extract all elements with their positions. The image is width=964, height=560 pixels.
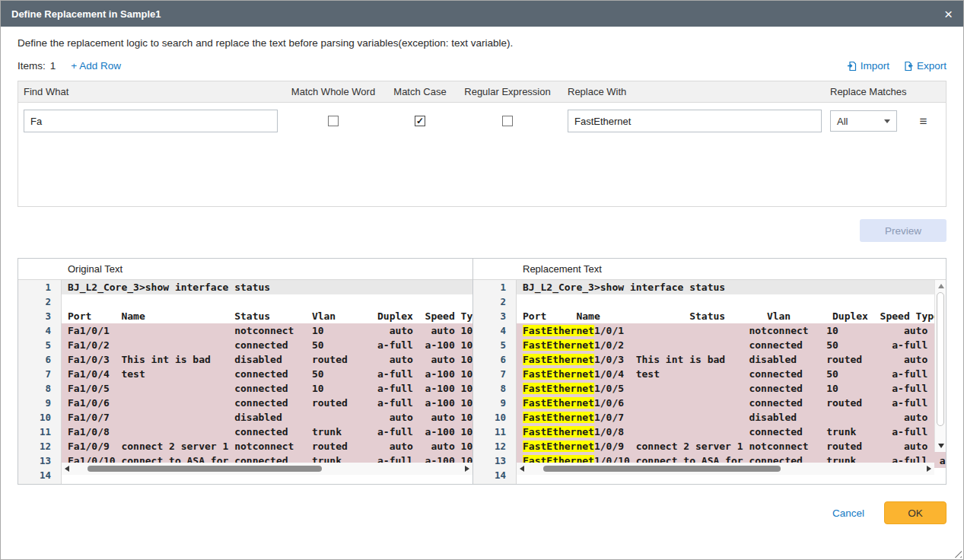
replace-with-input[interactable] <box>568 110 822 132</box>
rule-row: ✓ All ≡ <box>18 103 946 132</box>
code-line: FastEthernet1/0/9 connect 2 server 1 not… <box>517 439 946 453</box>
code-line: Fa1/0/7 disabled auto auto 10/100BaseTX <box>62 410 472 425</box>
header-replace-with: Replace With <box>555 86 825 97</box>
replaced-text-highlight: FastEthernet <box>523 412 594 423</box>
line-number: 4 <box>18 323 61 338</box>
scroll-down-icon[interactable] <box>935 441 946 450</box>
header-regular-expression: Regular Expression <box>460 86 555 97</box>
code-line: Fa1/0/1 notconnect 10 auto auto 10/100Ba… <box>62 323 472 338</box>
replaced-text-highlight: FastEthernet <box>523 354 594 365</box>
code-line: FastEthernet1/0/3 This int is bad disabl… <box>517 352 946 367</box>
export-label: Export <box>917 60 947 72</box>
replacement-line-numbers: 1234567891011121314 <box>473 280 517 484</box>
line-number: 2 <box>18 294 61 309</box>
add-row-button[interactable]: + Add Row <box>71 60 121 72</box>
code-line: FastEthernet1/0/6 connected routed a-ful… <box>517 396 946 410</box>
import-icon <box>847 61 857 72</box>
preview-row: Preview <box>17 219 947 242</box>
scroll-right-icon[interactable] <box>462 463 472 475</box>
rule-table-body: ✓ All ≡ <box>18 103 946 206</box>
code-line: Fa1/0/6 connected routed a-full a-100 10… <box>62 396 472 410</box>
line-number: 14 <box>473 468 516 482</box>
line-number: 2 <box>473 294 516 309</box>
line-number: 14 <box>18 468 61 482</box>
code-line: BJ_L2_Core_3>show interface status <box>62 280 472 294</box>
scroll-left-icon[interactable] <box>517 463 527 475</box>
code-line: Fa1/0/5 connected 10 a-full a-100 10/100… <box>62 381 472 396</box>
replaced-text-highlight: FastEthernet <box>523 325 594 336</box>
scrollbar-track <box>72 463 462 475</box>
original-text-body: 1234567891011121314 BJ_L2_Core_3>show in… <box>18 280 472 484</box>
replaced-text-highlight: FastEthernet <box>523 383 594 394</box>
export-button[interactable]: Export <box>903 60 947 72</box>
line-number: 5 <box>18 338 61 352</box>
original-text-panel: Original Text 1234567891011121314 BJ_L2_… <box>18 259 473 484</box>
resize-handle[interactable] <box>953 549 962 558</box>
replaced-text-highlight: FastEthernet <box>523 397 594 409</box>
line-number: 10 <box>18 410 61 425</box>
header-find-what: Find What <box>18 86 286 97</box>
define-replacement-dialog: Define Replacement in Sample1 × Define t… <box>0 0 964 560</box>
line-number: 9 <box>18 396 61 410</box>
scroll-up-icon[interactable] <box>935 282 946 291</box>
line-number: 10 <box>473 410 516 425</box>
line-number: 5 <box>473 338 516 352</box>
replace-matches-value: All <box>837 116 848 127</box>
scrollbar-thumb[interactable] <box>87 466 321 472</box>
ok-button[interactable]: OK <box>884 501 947 524</box>
scroll-left-icon[interactable] <box>62 463 72 475</box>
code-line: FastEthernet1/0/1 notconnect 10 auto aut… <box>517 323 946 338</box>
code-line: Port Name Status Vlan Duplex Speed Type <box>517 309 946 323</box>
code-line: Fa1/0/9 connect 2 server 1 notconnect ro… <box>62 439 472 453</box>
original-code: BJ_L2_Core_3>show interface statusPort N… <box>62 280 472 484</box>
line-number: 12 <box>18 439 61 453</box>
find-what-input[interactable] <box>24 110 278 132</box>
scrollbar-thumb[interactable] <box>937 292 944 426</box>
cancel-button[interactable]: Cancel <box>832 508 864 519</box>
line-number: 7 <box>473 367 516 381</box>
line-number: 7 <box>18 367 61 381</box>
line-number: 6 <box>18 352 61 367</box>
replacement-horizontal-scrollbar <box>517 463 934 475</box>
match-case-checkbox[interactable]: ✓ <box>415 116 425 126</box>
code-line: Fa1/0/8 connected trunk a-full a-100 10/… <box>62 425 472 439</box>
match-whole-word-checkbox[interactable] <box>328 116 339 126</box>
line-number: 13 <box>18 453 61 468</box>
line-number: 12 <box>473 439 516 453</box>
items-label: Items: <box>17 60 46 72</box>
import-button[interactable]: Import <box>847 60 889 72</box>
line-number: 9 <box>473 396 516 410</box>
dialog-titlebar: Define Replacement in Sample1 × <box>1 1 963 27</box>
line-number: 1 <box>18 280 61 294</box>
header-replace-matches: Replace Matches <box>825 86 901 97</box>
replacement-vertical-scrollbar <box>934 280 946 452</box>
toolbar: Items: 1 + Add Row Import Export <box>17 60 947 72</box>
replacement-text-panel: Replacement Text 1234567891011121314 BJ_… <box>473 259 946 484</box>
replaced-text-highlight: FastEthernet <box>523 339 594 351</box>
replacement-text-title: Replacement Text <box>473 259 946 280</box>
regular-expression-checkbox[interactable] <box>502 116 513 126</box>
code-line: Fa1/0/4 test connected 50 a-full a-100 1… <box>62 367 472 381</box>
replace-matches-select[interactable]: All <box>830 110 897 132</box>
line-number: 11 <box>18 425 61 439</box>
scrollbar-thumb[interactable] <box>543 466 781 472</box>
line-number: 8 <box>473 381 516 396</box>
row-menu-icon[interactable]: ≡ <box>920 116 927 127</box>
replacement-rule-table: Find What Match Whole Word Match Case Re… <box>17 81 947 207</box>
scroll-right-icon[interactable] <box>924 463 934 475</box>
code-line: FastEthernet1/0/4 test connected 50 a-fu… <box>517 367 946 381</box>
close-icon[interactable]: × <box>944 7 953 21</box>
export-icon <box>903 61 914 72</box>
code-line: Fa1/0/3 This int is bad disabled routed … <box>62 352 472 367</box>
replaced-text-highlight: FastEthernet <box>523 441 594 452</box>
code-line: FastEthernet1/0/2 connected 50 a-full a-… <box>517 338 946 352</box>
code-line: FastEthernet1/0/7 disabled auto auto 10/… <box>517 410 946 425</box>
line-number: 3 <box>18 309 61 323</box>
preview-button[interactable]: Preview <box>860 219 947 242</box>
dialog-footer: Cancel OK <box>17 501 947 524</box>
replacement-text-body: 1234567891011121314 BJ_L2_Core_3>show in… <box>473 280 946 484</box>
chevron-down-icon <box>884 119 890 123</box>
line-number: 8 <box>18 381 61 396</box>
header-match-case: Match Case <box>380 86 460 97</box>
code-line: FastEthernet1/0/5 connected 10 a-full a-… <box>517 381 946 396</box>
